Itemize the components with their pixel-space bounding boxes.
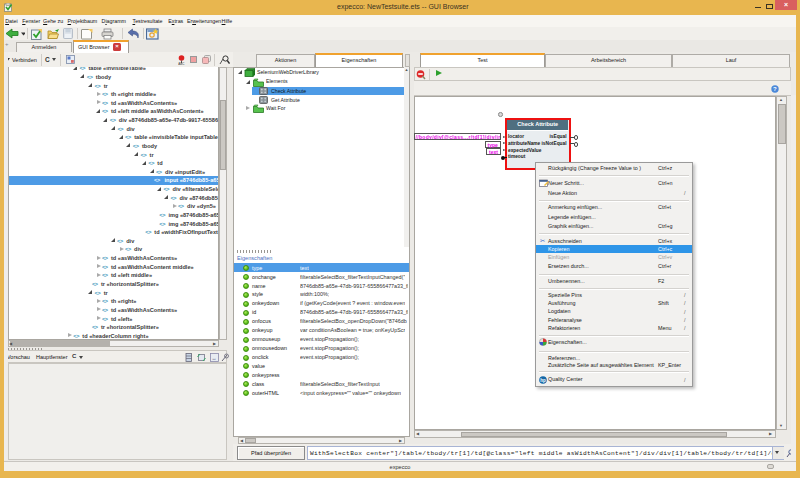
svg-text:?: ? (773, 86, 777, 92)
svg-text:↔: ↔ (212, 354, 217, 360)
svg-text:hp: hp (540, 378, 546, 383)
svg-text:ABC: ABC (178, 62, 185, 65)
